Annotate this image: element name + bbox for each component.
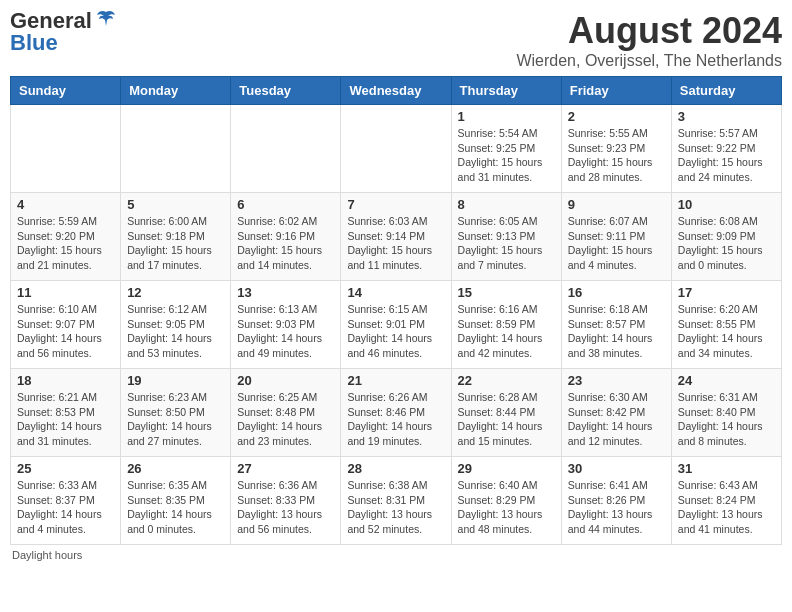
calendar-cell: 5Sunrise: 6:00 AMSunset: 9:18 PMDaylight…	[121, 193, 231, 281]
day-number: 13	[237, 285, 334, 300]
calendar-body: 1Sunrise: 5:54 AMSunset: 9:25 PMDaylight…	[11, 105, 782, 545]
calendar-cell: 23Sunrise: 6:30 AMSunset: 8:42 PMDayligh…	[561, 369, 671, 457]
day-info: Sunrise: 6:21 AMSunset: 8:53 PMDaylight:…	[17, 390, 114, 449]
day-number: 10	[678, 197, 775, 212]
day-info: Sunrise: 6:03 AMSunset: 9:14 PMDaylight:…	[347, 214, 444, 273]
header-day-tuesday: Tuesday	[231, 77, 341, 105]
day-number: 19	[127, 373, 224, 388]
day-number: 15	[458, 285, 555, 300]
calendar-cell: 29Sunrise: 6:40 AMSunset: 8:29 PMDayligh…	[451, 457, 561, 545]
week-row-2: 4Sunrise: 5:59 AMSunset: 9:20 PMDaylight…	[11, 193, 782, 281]
day-number: 18	[17, 373, 114, 388]
header: General Blue August 2024 Wierden, Overij…	[10, 10, 782, 70]
day-number: 17	[678, 285, 775, 300]
day-number: 16	[568, 285, 665, 300]
day-number: 6	[237, 197, 334, 212]
day-number: 14	[347, 285, 444, 300]
day-info: Sunrise: 6:43 AMSunset: 8:24 PMDaylight:…	[678, 478, 775, 537]
calendar-cell	[121, 105, 231, 193]
day-info: Sunrise: 6:25 AMSunset: 8:48 PMDaylight:…	[237, 390, 334, 449]
day-number: 31	[678, 461, 775, 476]
day-info: Sunrise: 6:23 AMSunset: 8:50 PMDaylight:…	[127, 390, 224, 449]
day-number: 20	[237, 373, 334, 388]
calendar-cell: 13Sunrise: 6:13 AMSunset: 9:03 PMDayligh…	[231, 281, 341, 369]
day-info: Sunrise: 6:18 AMSunset: 8:57 PMDaylight:…	[568, 302, 665, 361]
day-info: Sunrise: 6:41 AMSunset: 8:26 PMDaylight:…	[568, 478, 665, 537]
day-number: 8	[458, 197, 555, 212]
header-row: SundayMondayTuesdayWednesdayThursdayFrid…	[11, 77, 782, 105]
calendar-cell	[11, 105, 121, 193]
calendar-cell: 17Sunrise: 6:20 AMSunset: 8:55 PMDayligh…	[671, 281, 781, 369]
day-info: Sunrise: 6:10 AMSunset: 9:07 PMDaylight:…	[17, 302, 114, 361]
calendar-cell: 31Sunrise: 6:43 AMSunset: 8:24 PMDayligh…	[671, 457, 781, 545]
day-number: 27	[237, 461, 334, 476]
calendar-cell: 16Sunrise: 6:18 AMSunset: 8:57 PMDayligh…	[561, 281, 671, 369]
week-row-1: 1Sunrise: 5:54 AMSunset: 9:25 PMDaylight…	[11, 105, 782, 193]
calendar-cell: 22Sunrise: 6:28 AMSunset: 8:44 PMDayligh…	[451, 369, 561, 457]
footer-note: Daylight hours	[10, 549, 782, 561]
day-info: Sunrise: 6:05 AMSunset: 9:13 PMDaylight:…	[458, 214, 555, 273]
calendar-table: SundayMondayTuesdayWednesdayThursdayFrid…	[10, 76, 782, 545]
day-info: Sunrise: 6:13 AMSunset: 9:03 PMDaylight:…	[237, 302, 334, 361]
calendar-cell	[231, 105, 341, 193]
day-info: Sunrise: 6:00 AMSunset: 9:18 PMDaylight:…	[127, 214, 224, 273]
day-number: 9	[568, 197, 665, 212]
day-number: 24	[678, 373, 775, 388]
day-info: Sunrise: 6:35 AMSunset: 8:35 PMDaylight:…	[127, 478, 224, 537]
calendar-cell: 24Sunrise: 6:31 AMSunset: 8:40 PMDayligh…	[671, 369, 781, 457]
day-info: Sunrise: 6:02 AMSunset: 9:16 PMDaylight:…	[237, 214, 334, 273]
day-number: 23	[568, 373, 665, 388]
day-info: Sunrise: 6:33 AMSunset: 8:37 PMDaylight:…	[17, 478, 114, 537]
header-day-saturday: Saturday	[671, 77, 781, 105]
calendar-cell: 3Sunrise: 5:57 AMSunset: 9:22 PMDaylight…	[671, 105, 781, 193]
header-day-monday: Monday	[121, 77, 231, 105]
day-info: Sunrise: 6:20 AMSunset: 8:55 PMDaylight:…	[678, 302, 775, 361]
day-number: 30	[568, 461, 665, 476]
week-row-5: 25Sunrise: 6:33 AMSunset: 8:37 PMDayligh…	[11, 457, 782, 545]
calendar-cell: 27Sunrise: 6:36 AMSunset: 8:33 PMDayligh…	[231, 457, 341, 545]
day-info: Sunrise: 5:59 AMSunset: 9:20 PMDaylight:…	[17, 214, 114, 273]
day-number: 28	[347, 461, 444, 476]
calendar-cell: 19Sunrise: 6:23 AMSunset: 8:50 PMDayligh…	[121, 369, 231, 457]
calendar-cell: 10Sunrise: 6:08 AMSunset: 9:09 PMDayligh…	[671, 193, 781, 281]
day-info: Sunrise: 6:26 AMSunset: 8:46 PMDaylight:…	[347, 390, 444, 449]
day-info: Sunrise: 6:31 AMSunset: 8:40 PMDaylight:…	[678, 390, 775, 449]
week-row-4: 18Sunrise: 6:21 AMSunset: 8:53 PMDayligh…	[11, 369, 782, 457]
calendar-cell: 8Sunrise: 6:05 AMSunset: 9:13 PMDaylight…	[451, 193, 561, 281]
day-info: Sunrise: 6:38 AMSunset: 8:31 PMDaylight:…	[347, 478, 444, 537]
day-info: Sunrise: 6:15 AMSunset: 9:01 PMDaylight:…	[347, 302, 444, 361]
calendar-cell: 30Sunrise: 6:41 AMSunset: 8:26 PMDayligh…	[561, 457, 671, 545]
header-day-friday: Friday	[561, 77, 671, 105]
day-info: Sunrise: 6:16 AMSunset: 8:59 PMDaylight:…	[458, 302, 555, 361]
calendar-cell: 26Sunrise: 6:35 AMSunset: 8:35 PMDayligh…	[121, 457, 231, 545]
calendar-cell: 15Sunrise: 6:16 AMSunset: 8:59 PMDayligh…	[451, 281, 561, 369]
header-day-thursday: Thursday	[451, 77, 561, 105]
calendar-header: SundayMondayTuesdayWednesdayThursdayFrid…	[11, 77, 782, 105]
day-number: 12	[127, 285, 224, 300]
day-info: Sunrise: 6:28 AMSunset: 8:44 PMDaylight:…	[458, 390, 555, 449]
calendar-cell: 4Sunrise: 5:59 AMSunset: 9:20 PMDaylight…	[11, 193, 121, 281]
calendar-cell: 12Sunrise: 6:12 AMSunset: 9:05 PMDayligh…	[121, 281, 231, 369]
logo-general-text: General	[10, 10, 92, 32]
week-row-3: 11Sunrise: 6:10 AMSunset: 9:07 PMDayligh…	[11, 281, 782, 369]
calendar-cell: 20Sunrise: 6:25 AMSunset: 8:48 PMDayligh…	[231, 369, 341, 457]
subtitle: Wierden, Overijssel, The Netherlands	[516, 52, 782, 70]
day-info: Sunrise: 6:30 AMSunset: 8:42 PMDaylight:…	[568, 390, 665, 449]
header-day-sunday: Sunday	[11, 77, 121, 105]
day-number: 3	[678, 109, 775, 124]
calendar-cell: 25Sunrise: 6:33 AMSunset: 8:37 PMDayligh…	[11, 457, 121, 545]
calendar-cell: 6Sunrise: 6:02 AMSunset: 9:16 PMDaylight…	[231, 193, 341, 281]
day-number: 2	[568, 109, 665, 124]
header-day-wednesday: Wednesday	[341, 77, 451, 105]
calendar-cell: 21Sunrise: 6:26 AMSunset: 8:46 PMDayligh…	[341, 369, 451, 457]
day-info: Sunrise: 6:08 AMSunset: 9:09 PMDaylight:…	[678, 214, 775, 273]
day-number: 1	[458, 109, 555, 124]
day-info: Sunrise: 6:12 AMSunset: 9:05 PMDaylight:…	[127, 302, 224, 361]
day-info: Sunrise: 5:55 AMSunset: 9:23 PMDaylight:…	[568, 126, 665, 185]
day-info: Sunrise: 5:57 AMSunset: 9:22 PMDaylight:…	[678, 126, 775, 185]
calendar-cell	[341, 105, 451, 193]
day-number: 22	[458, 373, 555, 388]
logo: General Blue	[10, 10, 117, 54]
day-info: Sunrise: 5:54 AMSunset: 9:25 PMDaylight:…	[458, 126, 555, 185]
day-number: 4	[17, 197, 114, 212]
